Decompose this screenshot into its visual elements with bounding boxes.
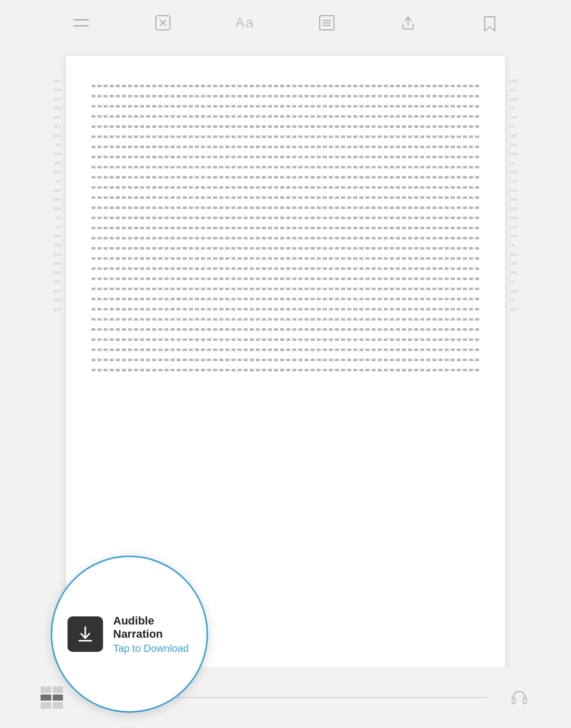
gutter-line: oon bbox=[505, 186, 571, 195]
gutter-line: see bbox=[0, 259, 66, 268]
gutter-line: she bbox=[0, 240, 66, 250]
gutter-line: oon bbox=[505, 195, 571, 204]
grid-cell bbox=[41, 695, 51, 701]
text-line bbox=[91, 132, 480, 141]
gutter-line: oon bbox=[505, 113, 571, 122]
text-line bbox=[91, 284, 480, 293]
download-button[interactable] bbox=[68, 616, 103, 652]
text-lines bbox=[91, 81, 480, 375]
grid-cell bbox=[53, 702, 63, 709]
gutter-line: oon bbox=[505, 213, 571, 222]
gutter-line: qua bbox=[0, 131, 66, 140]
gutter-line: qua bbox=[0, 304, 66, 314]
text-line bbox=[91, 264, 480, 273]
font-label: Aa bbox=[235, 15, 254, 31]
text-line bbox=[91, 335, 480, 344]
gutter-line: quo bbox=[505, 286, 571, 295]
text-line bbox=[91, 223, 480, 232]
gutter-line: see bbox=[0, 94, 66, 103]
text-line bbox=[91, 274, 480, 283]
gutter-line: oon bbox=[505, 76, 571, 85]
text-line bbox=[91, 355, 480, 364]
gutter-line: quo bbox=[505, 131, 571, 140]
toolbar: Aa bbox=[0, 0, 571, 46]
gutter-line: oon bbox=[505, 231, 571, 240]
menu-button[interactable] bbox=[72, 14, 90, 32]
popup-text: Audible Narration Tap to Download bbox=[113, 614, 191, 654]
text-line bbox=[91, 325, 480, 334]
chapters-icon[interactable] bbox=[41, 686, 63, 709]
grid-cell bbox=[53, 695, 63, 701]
gutter-line: us bbox=[505, 103, 571, 113]
gutter-line: see bbox=[0, 113, 66, 122]
audio-button[interactable] bbox=[508, 686, 530, 709]
gutter-line: quo bbox=[505, 250, 571, 259]
text-line bbox=[91, 315, 480, 324]
gutter-line: oon bbox=[505, 268, 571, 277]
text-line bbox=[91, 294, 480, 303]
share-button[interactable] bbox=[399, 14, 417, 32]
gutter-line: qua bbox=[0, 204, 66, 213]
gutter-line: oo bbox=[0, 177, 66, 186]
gutter-line: oon bbox=[505, 222, 571, 231]
gutter-line: oon bbox=[505, 259, 571, 268]
tap-to-download-label[interactable]: Tap to Download bbox=[113, 643, 191, 654]
text-line bbox=[91, 304, 480, 314]
gutter-line: us bbox=[505, 158, 571, 167]
text-line bbox=[91, 193, 480, 202]
gutter-line: us bbox=[505, 240, 571, 250]
text-line bbox=[91, 162, 480, 171]
text-line bbox=[91, 345, 480, 354]
font-button[interactable]: Aa bbox=[235, 15, 254, 31]
grid-cell bbox=[41, 702, 51, 709]
gutter-line: she bbox=[0, 103, 66, 113]
text-line bbox=[91, 112, 480, 121]
gutter-line: us bbox=[505, 277, 571, 286]
gutter-line: she bbox=[0, 122, 66, 131]
popup-title: Audible Narration bbox=[113, 614, 191, 641]
text-line bbox=[91, 142, 480, 151]
gutter-line: quo bbox=[505, 204, 571, 213]
gutter-line: she bbox=[0, 85, 66, 94]
gutter-line: she bbox=[0, 158, 66, 167]
gutter-line: oo bbox=[0, 140, 66, 149]
gutter-line: see bbox=[0, 231, 66, 240]
text-line bbox=[91, 203, 480, 212]
list-button[interactable] bbox=[318, 14, 336, 32]
text-line bbox=[91, 81, 480, 90]
text-line bbox=[91, 244, 480, 253]
audible-narration-popup[interactable]: Audible Narration Tap to Download bbox=[51, 556, 208, 713]
gutter-line: see bbox=[0, 186, 66, 195]
text-line bbox=[91, 183, 480, 192]
gutter-line: oo bbox=[0, 213, 66, 222]
gutter-line: qua bbox=[0, 250, 66, 259]
gutter-line: quo bbox=[505, 304, 571, 314]
text-line bbox=[91, 213, 480, 222]
text-line bbox=[91, 365, 480, 374]
gutter-line: oon bbox=[505, 140, 571, 149]
gutter-line: she bbox=[0, 295, 66, 304]
gutter-line: qua bbox=[0, 167, 66, 177]
gutter-line: see bbox=[0, 149, 66, 158]
text-line bbox=[91, 152, 480, 161]
main-content: see she see she see she qua oo see she q… bbox=[0, 46, 571, 728]
text-line bbox=[91, 172, 480, 182]
right-gutter: oon us oon us oon us quo oon oon us quo … bbox=[505, 46, 571, 728]
text-line bbox=[91, 91, 480, 100]
gutter-line: quo bbox=[505, 167, 571, 177]
gutter-line: us bbox=[505, 295, 571, 304]
text-line bbox=[91, 254, 480, 263]
gutter-line: see bbox=[0, 76, 66, 85]
grid-cell bbox=[53, 686, 63, 693]
text-line bbox=[91, 233, 480, 242]
close-button[interactable] bbox=[154, 14, 172, 32]
popup-inner: Audible Narration Tap to Download bbox=[52, 614, 207, 654]
gutter-line: she bbox=[0, 277, 66, 286]
text-line bbox=[91, 122, 480, 131]
grid-cell bbox=[41, 686, 51, 693]
bookmark-button[interactable] bbox=[481, 14, 499, 32]
gutter-line: us bbox=[505, 85, 571, 94]
gutter-line: oo bbox=[0, 222, 66, 231]
gutter-line: see bbox=[0, 268, 66, 277]
gutter-line: us bbox=[505, 122, 571, 131]
